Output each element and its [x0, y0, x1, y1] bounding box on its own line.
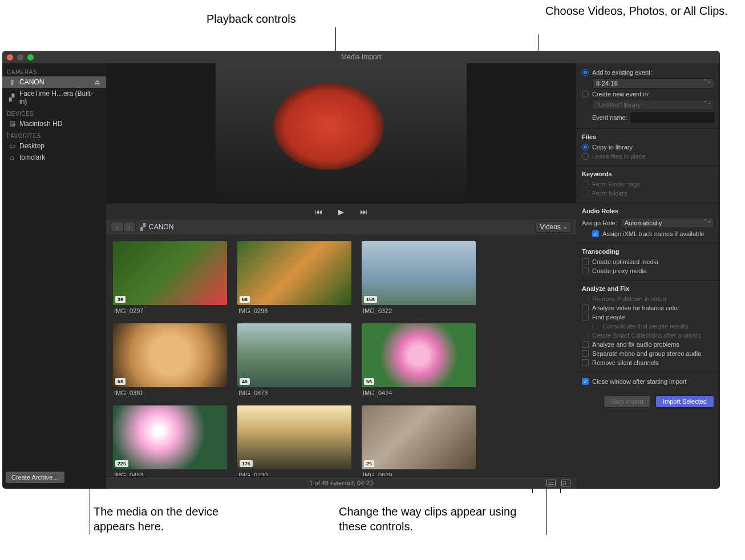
clip-thumbnail[interactable]: 4sIMG_0873: [237, 323, 351, 396]
copy-to-library-radio[interactable]: [582, 144, 589, 151]
clip-thumbnail[interactable]: 2sIMG_0829: [362, 405, 476, 476]
clip-image: 5s: [362, 323, 476, 387]
assign-role-select[interactable]: Automatically: [621, 218, 714, 228]
ixml-checkbox[interactable]: ✓: [592, 230, 599, 237]
titlebar: Media Import: [2, 51, 720, 63]
optimized-media-checkbox[interactable]: [582, 258, 589, 265]
drive-icon: ▤: [8, 120, 16, 127]
clip-thumbnail[interactable]: 6sIMG_0298: [237, 241, 351, 314]
clip-name: IMG_0298: [237, 305, 351, 314]
sidebar-item-label: FaceTime H…era (Built-in): [19, 90, 100, 105]
consolidate-checkbox: [592, 323, 599, 330]
clip-thumbnail[interactable]: 15sIMG_0322: [362, 241, 476, 314]
sidebar-item-desktop[interactable]: ▭ Desktop: [2, 140, 106, 152]
clip-thumbnail[interactable]: 5sIMG_0424: [362, 323, 476, 396]
remove-pulldown-label: Remove Pulldown in video: [592, 295, 666, 302]
clip-duration: 4s: [240, 378, 250, 385]
leave-in-place-radio[interactable]: [582, 153, 589, 160]
balance-color-checkbox[interactable]: [582, 305, 589, 311]
close-window-checkbox[interactable]: ✓: [582, 378, 589, 385]
finder-tags-checkbox: [582, 181, 589, 188]
close-icon[interactable]: [7, 54, 13, 60]
add-existing-radio[interactable]: [582, 69, 589, 76]
browse-bar: ‹ › ▞ CANON Videos: [106, 220, 576, 234]
create-archive-button[interactable]: Create Archive…: [6, 472, 64, 483]
camera-icon: ▮: [8, 79, 16, 86]
separate-mono-label: Separate mono and group stereo audio: [592, 350, 701, 357]
sidebar-item-canon[interactable]: ▮ CANON ⏏: [2, 76, 106, 88]
play-icon[interactable]: ▶: [338, 208, 344, 216]
clip-duration: 5s: [115, 378, 125, 385]
filter-select[interactable]: Videos: [535, 221, 572, 233]
sidebar: CAMERAS ▮ CANON ⏏ ▞ FaceTime H…era (Buil…: [2, 63, 106, 489]
proxy-media-label: Create proxy media: [592, 267, 647, 274]
sidebar-item-macintosh-hd[interactable]: ▤ Macintosh HD: [2, 118, 106, 129]
preview-image: [216, 63, 467, 204]
clip-name: IMG_0730: [237, 469, 351, 476]
clip-image: 22s: [113, 405, 227, 469]
sidebar-heading-devices: DEVICES: [2, 107, 106, 118]
stop-import-button[interactable]: Stop Import: [604, 395, 651, 408]
clip-grid: 3sIMG_02976sIMG_029815sIMG_03225sIMG_036…: [106, 234, 576, 476]
clip-name: IMG_0873: [237, 387, 351, 396]
library-select[interactable]: "Untitled" library: [592, 100, 714, 110]
preview-viewer: [106, 63, 576, 204]
clip-name: IMG_0829: [362, 469, 476, 476]
sidebar-item-label: CANON: [19, 78, 44, 86]
from-folders-checkbox: [582, 190, 589, 197]
breadcrumb: ▞ CANON: [140, 223, 173, 231]
clip-thumbnail[interactable]: 22sIMG_0453: [113, 405, 227, 476]
clip-thumbnail[interactable]: 17sIMG_0730: [237, 405, 351, 476]
status-bar: 1 of 48 selected, 04:20: [106, 476, 576, 489]
center-pane: ⏮ ▶ ⏭ ‹ › ▞ CANON Videos 3sIMG_02976sIMG…: [106, 63, 576, 489]
finder-tags-label: From Finder tags: [592, 181, 640, 188]
sidebar-item-home[interactable]: ⌂ tomclark: [2, 152, 106, 163]
clip-duration: 15s: [364, 296, 377, 303]
create-new-radio[interactable]: [582, 91, 589, 98]
import-selected-button[interactable]: Import Selected: [655, 395, 714, 408]
eject-icon[interactable]: ⏏: [94, 78, 100, 86]
separate-mono-checkbox[interactable]: [582, 350, 589, 357]
clip-image: 2s: [362, 405, 476, 469]
clip-image: 4s: [237, 323, 351, 387]
create-new-label: Create new event in:: [592, 91, 650, 98]
sidebar-item-facetime[interactable]: ▞ FaceTime H…era (Built-in): [2, 88, 106, 107]
sidebar-item-label: Macintosh HD: [19, 120, 62, 128]
sidebar-heading-cameras: CAMERAS: [2, 66, 106, 76]
clip-duration: 22s: [115, 460, 128, 467]
existing-event-select[interactable]: 8-24-16: [592, 78, 714, 88]
fix-audio-checkbox[interactable]: [582, 341, 589, 348]
clip-duration: 6s: [240, 296, 250, 303]
previous-icon[interactable]: ⏮: [315, 208, 322, 216]
status-text: 1 of 48 selected, 04:20: [309, 480, 372, 486]
media-import-window: Media Import CAMERAS ▮ CANON ⏏ ▞ FaceTim…: [2, 51, 720, 489]
transcoding-heading: Transcoding: [582, 248, 714, 255]
find-people-checkbox[interactable]: [582, 314, 589, 320]
event-name-input[interactable]: [631, 112, 714, 123]
consolidate-label: Consolidate find people results: [602, 323, 688, 330]
callout-playback: Playback controls: [207, 11, 296, 26]
clip-thumbnail[interactable]: 5sIMG_0361: [113, 323, 227, 396]
add-existing-label: Add to existing event:: [592, 69, 652, 76]
forward-button[interactable]: ›: [123, 222, 136, 232]
clip-name: IMG_0424: [362, 387, 476, 396]
camera-icon: ▞: [8, 94, 16, 101]
clip-duration: 3s: [115, 296, 125, 303]
list-view-icon[interactable]: [546, 480, 556, 486]
clip-image: 6s: [237, 241, 351, 305]
camera-icon: ▞: [140, 223, 145, 231]
clip-thumbnail[interactable]: 3sIMG_0297: [113, 241, 227, 314]
assign-role-label: Assign Role:: [582, 220, 617, 226]
filmstrip-view-icon[interactable]: [561, 480, 570, 486]
analyze-heading: Analyze and Fix: [582, 285, 714, 292]
minimize-icon[interactable]: [17, 54, 23, 60]
proxy-media-checkbox[interactable]: [582, 267, 589, 274]
event-name-label: Event name:: [592, 114, 627, 121]
back-button[interactable]: ‹: [111, 222, 123, 232]
remove-silent-checkbox[interactable]: [582, 359, 589, 366]
close-window-label: Close window after starting import: [592, 378, 687, 385]
clip-name: IMG_0322: [362, 305, 476, 314]
find-people-label: Find people: [592, 314, 625, 320]
next-icon[interactable]: ⏭: [360, 208, 367, 216]
zoom-icon[interactable]: [27, 54, 34, 60]
